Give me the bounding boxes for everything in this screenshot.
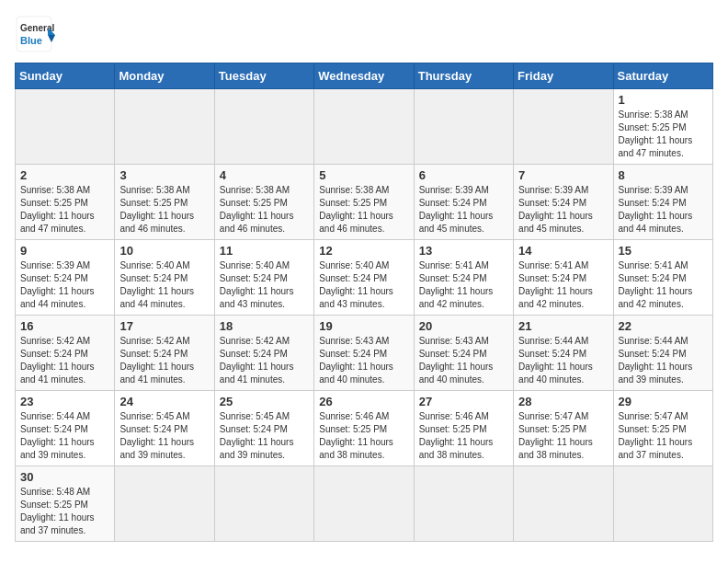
day-number: 4 [220,168,309,182]
day-info: Sunrise: 5:38 AM Sunset: 5:25 PM Dayligh… [20,184,109,236]
calendar-cell: 22Sunrise: 5:44 AM Sunset: 5:24 PM Dayli… [613,316,712,391]
calendar-cell: 10Sunrise: 5:40 AM Sunset: 5:24 PM Dayli… [115,240,214,316]
day-info: Sunrise: 5:43 AM Sunset: 5:24 PM Dayligh… [319,335,408,386]
svg-text:Blue: Blue [20,35,42,46]
day-number: 7 [518,168,608,182]
calendar-cell: 15Sunrise: 5:41 AM Sunset: 5:24 PM Dayli… [613,240,712,316]
weekday-header-friday: Friday [514,63,613,89]
calendar-cell: 20Sunrise: 5:43 AM Sunset: 5:24 PM Dayli… [414,316,513,391]
calendar-cell [514,89,613,165]
day-number: 28 [518,395,608,408]
calendar-cell: 8Sunrise: 5:39 AM Sunset: 5:24 PM Daylig… [613,165,712,240]
day-info: Sunrise: 5:39 AM Sunset: 5:24 PM Dayligh… [518,184,608,236]
calendar-cell: 23Sunrise: 5:44 AM Sunset: 5:24 PM Dayli… [16,391,115,466]
week-row-1: 1Sunrise: 5:38 AM Sunset: 5:25 PM Daylig… [16,89,713,165]
day-info: Sunrise: 5:47 AM Sunset: 5:25 PM Dayligh… [518,410,608,462]
day-number: 23 [20,395,109,408]
calendar-cell: 14Sunrise: 5:41 AM Sunset: 5:24 PM Dayli… [514,240,613,316]
weekday-header-monday: Monday [115,63,214,89]
page-header: General Blue [15,15,713,53]
calendar-cell: 30Sunrise: 5:48 AM Sunset: 5:25 PM Dayli… [16,466,115,542]
calendar-cell [314,89,414,165]
day-number: 3 [119,168,209,182]
day-number: 9 [20,244,109,258]
day-info: Sunrise: 5:44 AM Sunset: 5:24 PM Dayligh… [619,335,708,386]
day-number: 11 [220,244,309,258]
week-row-4: 16Sunrise: 5:42 AM Sunset: 5:24 PM Dayli… [16,316,713,391]
day-number: 16 [20,319,109,333]
day-number: 14 [518,244,608,258]
day-number: 30 [20,470,109,484]
day-info: Sunrise: 5:38 AM Sunset: 5:25 PM Dayligh… [220,184,309,236]
day-number: 12 [319,244,408,258]
weekday-header-row: SundayMondayTuesdayWednesdayThursdayFrid… [16,63,713,89]
day-info: Sunrise: 5:42 AM Sunset: 5:24 PM Dayligh… [119,335,209,386]
weekday-header-tuesday: Tuesday [214,63,313,89]
day-number: 6 [419,168,508,182]
calendar-cell [514,466,613,542]
calendar-cell: 3Sunrise: 5:38 AM Sunset: 5:25 PM Daylig… [115,165,214,240]
calendar-cell: 29Sunrise: 5:47 AM Sunset: 5:25 PM Dayli… [613,391,712,466]
calendar-cell [613,466,712,542]
day-number: 29 [619,395,708,408]
calendar-cell: 13Sunrise: 5:41 AM Sunset: 5:24 PM Dayli… [414,240,513,316]
calendar-cell: 17Sunrise: 5:42 AM Sunset: 5:24 PM Dayli… [115,316,214,391]
day-info: Sunrise: 5:39 AM Sunset: 5:24 PM Dayligh… [619,184,708,236]
day-info: Sunrise: 5:45 AM Sunset: 5:24 PM Dayligh… [119,410,209,462]
day-info: Sunrise: 5:40 AM Sunset: 5:24 PM Dayligh… [319,259,408,311]
day-info: Sunrise: 5:39 AM Sunset: 5:24 PM Dayligh… [419,184,508,236]
week-row-6: 30Sunrise: 5:48 AM Sunset: 5:25 PM Dayli… [16,466,713,542]
week-row-2: 2Sunrise: 5:38 AM Sunset: 5:25 PM Daylig… [16,165,713,240]
calendar-cell: 6Sunrise: 5:39 AM Sunset: 5:24 PM Daylig… [414,165,513,240]
day-info: Sunrise: 5:44 AM Sunset: 5:24 PM Dayligh… [20,410,109,462]
calendar-cell: 7Sunrise: 5:39 AM Sunset: 5:24 PM Daylig… [514,165,613,240]
day-number: 15 [619,244,708,258]
calendar-cell: 5Sunrise: 5:38 AM Sunset: 5:25 PM Daylig… [314,165,414,240]
calendar-cell [214,466,313,542]
day-info: Sunrise: 5:46 AM Sunset: 5:25 PM Dayligh… [419,410,508,462]
calendar-cell: 26Sunrise: 5:46 AM Sunset: 5:25 PM Dayli… [314,391,414,466]
day-number: 25 [220,395,309,408]
day-info: Sunrise: 5:38 AM Sunset: 5:25 PM Dayligh… [319,184,408,236]
day-number: 5 [319,168,408,182]
calendar-cell [214,89,313,165]
day-number: 27 [419,395,508,408]
calendar-cell: 1Sunrise: 5:38 AM Sunset: 5:25 PM Daylig… [613,89,712,165]
week-row-5: 23Sunrise: 5:44 AM Sunset: 5:24 PM Dayli… [16,391,713,466]
day-number: 22 [619,319,708,333]
day-number: 2 [20,168,109,182]
calendar-cell: 9Sunrise: 5:39 AM Sunset: 5:24 PM Daylig… [16,240,115,316]
day-info: Sunrise: 5:41 AM Sunset: 5:24 PM Dayligh… [619,259,708,311]
logo: General Blue [15,15,61,53]
calendar-cell: 16Sunrise: 5:42 AM Sunset: 5:24 PM Dayli… [16,316,115,391]
calendar-cell: 25Sunrise: 5:45 AM Sunset: 5:24 PM Dayli… [214,391,313,466]
day-number: 10 [119,244,209,258]
day-info: Sunrise: 5:40 AM Sunset: 5:24 PM Dayligh… [220,259,309,311]
day-number: 13 [419,244,508,258]
day-info: Sunrise: 5:41 AM Sunset: 5:24 PM Dayligh… [419,259,508,311]
day-info: Sunrise: 5:47 AM Sunset: 5:25 PM Dayligh… [619,410,708,462]
svg-rect-0 [17,17,51,52]
calendar-cell: 19Sunrise: 5:43 AM Sunset: 5:24 PM Dayli… [314,316,414,391]
day-number: 24 [119,395,209,408]
calendar-cell [414,466,513,542]
calendar-cell [16,89,115,165]
day-info: Sunrise: 5:44 AM Sunset: 5:24 PM Dayligh… [518,335,608,386]
day-info: Sunrise: 5:45 AM Sunset: 5:24 PM Dayligh… [220,410,309,462]
day-info: Sunrise: 5:46 AM Sunset: 5:25 PM Dayligh… [319,410,408,462]
day-number: 20 [419,319,508,333]
calendar-cell: 2Sunrise: 5:38 AM Sunset: 5:25 PM Daylig… [16,165,115,240]
day-info: Sunrise: 5:48 AM Sunset: 5:25 PM Dayligh… [20,486,109,537]
weekday-header-wednesday: Wednesday [314,63,414,89]
day-info: Sunrise: 5:39 AM Sunset: 5:24 PM Dayligh… [20,259,109,311]
weekday-header-sunday: Sunday [16,63,115,89]
calendar-cell: 11Sunrise: 5:40 AM Sunset: 5:24 PM Dayli… [214,240,313,316]
calendar-cell [115,466,214,542]
logo-svg: General Blue [15,15,61,53]
day-info: Sunrise: 5:38 AM Sunset: 5:25 PM Dayligh… [619,109,708,160]
calendar-cell: 12Sunrise: 5:40 AM Sunset: 5:24 PM Dayli… [314,240,414,316]
calendar-cell: 18Sunrise: 5:42 AM Sunset: 5:24 PM Dayli… [214,316,313,391]
calendar-cell: 21Sunrise: 5:44 AM Sunset: 5:24 PM Dayli… [514,316,613,391]
calendar-table: SundayMondayTuesdayWednesdayThursdayFrid… [15,63,713,542]
day-number: 8 [619,168,708,182]
